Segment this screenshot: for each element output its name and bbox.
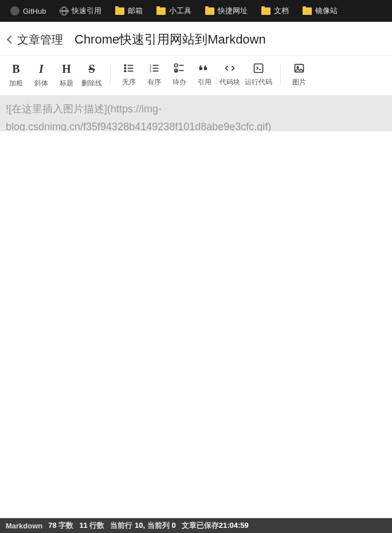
tool-label: 加粗 (9, 79, 23, 88)
run-icon (253, 62, 264, 74)
github-icon (10, 6, 19, 15)
tool-label: 代码块 (219, 77, 240, 87)
tool-label: 待办 (173, 77, 186, 87)
toolbar-divider (280, 64, 281, 84)
status-wordcount: 78 字数 (48, 520, 73, 531)
back-to-articles[interactable]: 文章管理 (8, 32, 63, 48)
svg-text:3: 3 (150, 69, 151, 73)
tool-label: 运行代码 (245, 77, 272, 87)
editor-content[interactable]: ![在这里插入图片描述](https://img- blog.csdnimg.c… (6, 100, 386, 135)
tool-label: 有序 (147, 77, 161, 87)
editor-area[interactable]: ![在这里插入图片描述](https://img- blog.csdnimg.c… (0, 96, 392, 518)
bookmark-2[interactable]: 邮箱 (109, 3, 148, 18)
code-icon (224, 62, 236, 74)
folder-icon (303, 7, 312, 15)
ol-button[interactable]: 123有序 (142, 60, 167, 89)
status-bar: Markdown 78 字数 11 行数 当前行 10, 当前列 0 文章已保存… (0, 518, 392, 533)
bookmark-3[interactable]: 小工具 (151, 3, 197, 18)
bookmark-label: 快速引用 (72, 6, 101, 16)
status-mode: Markdown (6, 522, 42, 530)
bookmark-label: 文档 (274, 6, 289, 16)
bookmark-label: 快捷网址 (218, 6, 248, 16)
image-icon (293, 62, 305, 74)
bookmark-label: 邮箱 (128, 6, 143, 16)
svg-point-0 (124, 65, 126, 66)
editor-line-1: ![在这里插入图片描述](https://img- (6, 100, 386, 118)
tool-label: 图片 (292, 77, 306, 87)
bookmark-bar: GitHub快速引用邮箱小工具快捷网址文档镜像站 (0, 0, 392, 22)
folder-icon (156, 7, 166, 15)
bold-button-icon: B (12, 62, 19, 75)
bookmark-5[interactable]: 文档 (256, 3, 295, 18)
tool-label: 标题 (60, 79, 73, 88)
heading-button-icon: H (62, 62, 71, 75)
codeblock-button[interactable]: 代码块 (217, 60, 242, 89)
article-title-input[interactable] (69, 29, 384, 50)
quote-button[interactable]: 引用 (192, 60, 217, 89)
tool-label: 斜体 (34, 79, 48, 88)
ul-icon (123, 62, 135, 74)
status-linecount: 11 行数 (79, 520, 104, 531)
status-saved: 文章已保存21:04:59 (182, 520, 249, 531)
todo-button[interactable]: 待办 (167, 60, 192, 89)
svg-point-19 (297, 66, 299, 68)
tool-label: 引用 (198, 77, 211, 87)
italic-button[interactable]: I斜体 (29, 60, 54, 91)
bookmark-label: GitHub (23, 7, 46, 15)
chevron-left-icon (7, 36, 15, 44)
quote-icon (199, 62, 210, 74)
image-button[interactable]: 图片 (287, 60, 312, 89)
folder-icon (205, 7, 214, 15)
tool-label: 无序 (122, 77, 136, 87)
bookmark-0[interactable]: GitHub (5, 4, 52, 18)
ul-button[interactable]: 无序 (116, 60, 142, 89)
bookmark-1[interactable]: 快速引用 (54, 3, 107, 18)
runcode-button[interactable]: 运行代码 (242, 60, 275, 89)
editor-header: 文章管理 (0, 22, 392, 56)
globe-icon (60, 7, 68, 15)
ol-icon: 123 (148, 62, 160, 74)
folder-icon (261, 7, 271, 15)
italic-button-icon: I (39, 62, 44, 75)
status-position: 当前行 10, 当前列 0 (110, 520, 175, 531)
heading-button[interactable]: H标题 (54, 60, 79, 91)
todo-icon (174, 62, 185, 74)
bookmark-label: 小工具 (169, 6, 191, 16)
svg-point-4 (124, 70, 126, 72)
editor-empty-area[interactable] (0, 131, 392, 518)
strike-button-icon: S (88, 62, 95, 75)
strike-button[interactable]: S删除线 (79, 60, 104, 91)
bookmark-label: 镜像站 (315, 6, 338, 16)
tool-label: 删除线 (81, 79, 102, 88)
bold-button[interactable]: B加粗 (3, 60, 29, 91)
back-label: 文章管理 (17, 32, 63, 48)
editor-toolbar: B加粗I斜体H标题S删除线无序123有序待办引用代码块运行代码图片 (0, 56, 392, 96)
bookmark-6[interactable]: 镜像站 (297, 3, 343, 18)
svg-rect-12 (175, 64, 178, 67)
folder-icon (115, 7, 124, 15)
bookmark-4[interactable]: 快捷网址 (199, 3, 253, 18)
svg-point-2 (124, 68, 126, 69)
toolbar-divider (110, 64, 111, 84)
